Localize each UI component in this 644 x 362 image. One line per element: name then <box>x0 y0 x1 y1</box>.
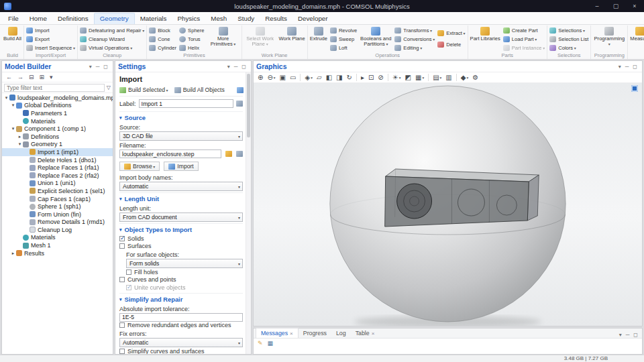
minimize-panel-icon[interactable] <box>94 64 102 70</box>
import-file-button[interactable]: Import <box>164 162 198 171</box>
tree-item[interactable]: ▸ Results <box>2 249 113 257</box>
nav-forward-icon[interactable]: → <box>17 72 23 82</box>
checkbox-row[interactable]: Simplify curves and surfaces <box>119 347 243 354</box>
checkbox[interactable] <box>119 236 125 241</box>
sweep-button[interactable]: Sweep <box>329 35 358 43</box>
selections-button[interactable]: Selections <box>549 26 589 34</box>
scene-settings-icon[interactable]: ⚙ <box>472 72 478 83</box>
section-header-simplify[interactable]: Simplify and Repair <box>119 293 243 304</box>
box-select-icon[interactable]: ⊡ <box>368 72 374 83</box>
model-tree[interactable]: ▾ loudspeaker_modeling_domains.mph (root… <box>2 93 113 354</box>
defeaturing-and-repair-button[interactable]: Defeaturing and Repair <box>79 26 145 34</box>
zoom-box-icon[interactable]: ▭ <box>290 72 296 83</box>
editing-button[interactable]: Editing <box>394 44 435 52</box>
ribbon-tab[interactable]: Home <box>24 13 52 24</box>
label-input[interactable] <box>139 99 233 108</box>
tree-item[interactable]: ▾ Component 1 (comp 1) <box>2 125 113 133</box>
transparency-icon[interactable]: ◩ <box>405 72 411 83</box>
wireframe-rendering-icon[interactable]: ▦ <box>415 72 424 83</box>
ribbon-tab[interactable]: Physics <box>172 13 205 24</box>
checkbox-row[interactable]: Fill holes <box>126 268 243 276</box>
settings-scrollbar[interactable] <box>246 72 251 354</box>
expand-arrow-icon[interactable]: ▾ <box>10 126 16 131</box>
ribbon-tab[interactable]: Materials <box>135 13 172 24</box>
clear-messages-icon[interactable]: ✎ <box>258 340 263 347</box>
close-button[interactable]: × <box>625 0 644 12</box>
close-tab-icon[interactable] <box>290 330 293 337</box>
view-xz-plane-icon[interactable]: ◨ <box>336 72 342 83</box>
measure-button[interactable]: Measure <box>629 25 644 52</box>
build-all-objects-button[interactable]: Build All Objects <box>174 86 225 93</box>
graphics-viewport[interactable] <box>254 83 642 326</box>
tree-item[interactable]: Cleanup Log <box>2 226 113 234</box>
part-libraries-button[interactable]: Part Libraries <box>470 25 501 52</box>
tree-item[interactable]: Form Union (fin) <box>2 210 113 219</box>
rotate-view-icon[interactable]: ↻ <box>347 72 352 83</box>
part-instance-button[interactable]: Part Instance <box>502 44 545 52</box>
minimize-panel-icon[interactable] <box>623 64 631 70</box>
view-xy-plane-icon[interactable]: ▱ <box>317 72 322 83</box>
source-dropdown[interactable]: 3D CAD file <box>119 131 243 141</box>
zoom-in-icon[interactable]: ⊕ <box>258 72 263 83</box>
section-header-length-unit[interactable]: Length Unit <box>119 192 243 204</box>
conversions-button[interactable]: Conversions <box>394 35 435 43</box>
tree-filter-input[interactable] <box>4 84 105 92</box>
messages-tab[interactable]: Log <box>331 328 351 338</box>
tree-item[interactable]: Union 1 (uni1) <box>2 180 113 188</box>
selection-list-button[interactable]: Selection List <box>549 35 589 43</box>
expand-arrow-icon[interactable]: ▾ <box>3 95 9 101</box>
load-part-button[interactable]: Load Part <box>502 35 545 43</box>
enclosure-side-face[interactable] <box>527 175 539 221</box>
ribbon-tab[interactable]: Study <box>232 13 260 24</box>
revolve-button[interactable]: Revolve <box>329 26 358 34</box>
float-panel-icon[interactable] <box>631 64 639 70</box>
messages-tab[interactable]: Messages <box>256 328 299 338</box>
tree-item[interactable]: Replace Faces 2 (rfa2) <box>2 172 113 180</box>
ribbon-tab[interactable]: Mesh <box>205 13 232 24</box>
woofer-driver[interactable] <box>397 184 432 219</box>
maximize-button[interactable]: ▢ <box>606 0 625 12</box>
programming-button[interactable]: Programming <box>592 25 626 52</box>
checkbox[interactable] <box>119 322 125 328</box>
tree-item[interactable]: Import 1 (imp1) <box>2 148 113 156</box>
ribbon-tab[interactable]: Geometry <box>94 13 135 24</box>
checkbox[interactable] <box>119 277 125 282</box>
cleanup-wizard-button[interactable]: Cleanup Wizard <box>79 35 145 43</box>
build-selected-button[interactable]: Build Selected <box>119 86 168 93</box>
tree-item[interactable]: Parameters 1 <box>2 109 113 117</box>
messages-tab[interactable]: Progress <box>299 328 331 338</box>
scrollbar-thumb[interactable] <box>247 74 250 137</box>
view-yz-plane-icon[interactable]: ◧ <box>326 72 332 83</box>
browse-button[interactable]: Browse <box>119 162 160 171</box>
go-to-default-view-icon[interactable]: ◈ <box>305 72 312 83</box>
loft-button[interactable]: Loft <box>329 44 358 52</box>
tree-item[interactable]: ▾ Global Definitions <box>2 102 113 110</box>
tree-item[interactable]: Remove Details 1 (rmd1) <box>2 219 113 227</box>
colors-button[interactable]: Colors <box>549 44 589 52</box>
ribbon-tab[interactable]: File <box>3 13 24 24</box>
refresh-file-icon[interactable] <box>236 151 243 157</box>
transforms-button[interactable]: Transforms <box>394 26 435 34</box>
close-tab-icon[interactable] <box>372 330 375 337</box>
messages-tab[interactable]: Table <box>351 328 380 338</box>
ribbon-tab[interactable]: Definitions <box>52 13 94 24</box>
float-panel-icon[interactable] <box>239 64 248 70</box>
ribbon-tab[interactable]: Results <box>260 13 292 24</box>
minimize-button[interactable]: – <box>588 0 606 12</box>
tree-item[interactable]: Mesh 1 <box>2 241 113 249</box>
cylinder-button[interactable]: Cylinder <box>148 44 177 52</box>
panel-menu-icon[interactable] <box>616 64 623 70</box>
filename-input[interactable] <box>119 149 221 158</box>
section-header-object-types[interactable]: Object Types to Import <box>119 223 243 235</box>
tree-item[interactable]: ▾ loudspeaker_modeling_domains.mph (root… <box>2 94 113 102</box>
tree-item[interactable]: ▸ Definitions <box>2 133 113 141</box>
model-builder-menu-icon[interactable]: ▾ <box>50 72 53 82</box>
tree-item[interactable]: Delete Holes 1 (dho1) <box>2 156 113 164</box>
tree-item[interactable]: Replace Faces 1 (rfa1) <box>2 164 113 172</box>
checkbox[interactable] <box>119 349 125 354</box>
insert-sequence-button[interactable]: Insert Sequence <box>25 44 76 52</box>
expand-all-icon[interactable]: ⊞ <box>40 72 45 82</box>
helix-button[interactable]: Helix <box>178 44 205 52</box>
tree-item[interactable]: Explicit Selection 1 (sel1) <box>2 187 113 195</box>
checkbox-row[interactable]: Surfaces <box>119 243 243 251</box>
